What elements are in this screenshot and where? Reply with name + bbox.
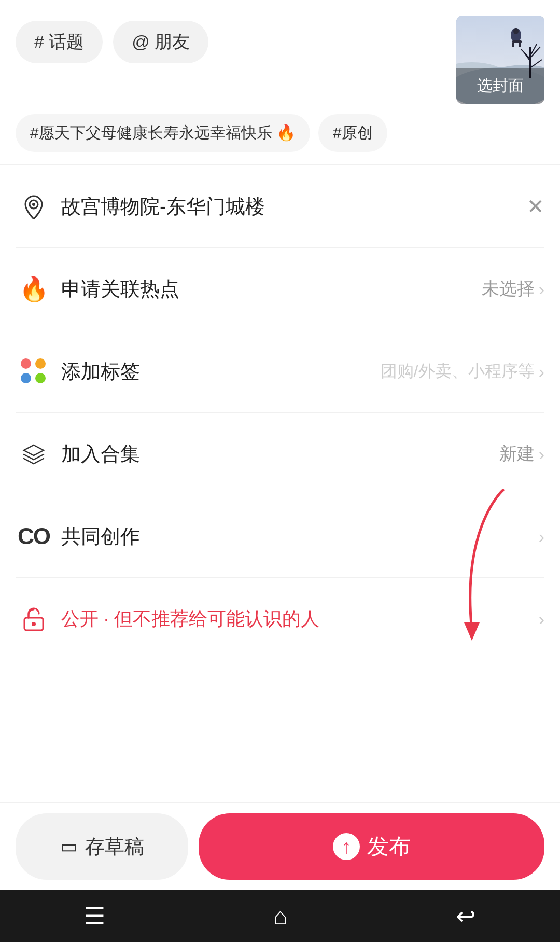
chevron-icon-privacy: › bbox=[539, 609, 544, 629]
bottom-bar: ▭ 存草稿 ↑ 发布 bbox=[0, 802, 560, 890]
location-row[interactable]: 故宫博物院-东华门城楼 ✕ bbox=[16, 165, 544, 248]
tag-buttons: # 话题 @ 朋友 bbox=[16, 16, 446, 63]
cover-thumbnail[interactable]: 选封面 bbox=[456, 16, 544, 104]
dot-green bbox=[35, 373, 46, 383]
cover-label[interactable]: 选封面 bbox=[456, 68, 544, 104]
topic-button[interactable]: # 话题 bbox=[16, 21, 103, 63]
collection-row[interactable]: 加入合集 新建 › bbox=[16, 413, 544, 495]
dot-orange bbox=[35, 358, 46, 369]
collection-new: 新建 bbox=[499, 442, 535, 466]
hotspot-right: 未选择 › bbox=[482, 277, 544, 301]
hotspot-row[interactable]: 🔥 申请关联热点 未选择 › bbox=[16, 248, 544, 330]
location-icon bbox=[16, 188, 52, 225]
layers-icon bbox=[16, 436, 52, 472]
location-close[interactable]: ✕ bbox=[527, 195, 544, 218]
svg-rect-6 bbox=[512, 43, 514, 47]
chevron-icon-tags: › bbox=[539, 362, 544, 382]
hotspot-status: 未选择 bbox=[482, 277, 535, 301]
dot-blue bbox=[21, 373, 31, 383]
save-label: 存草稿 bbox=[85, 834, 144, 860]
hashtag-pill-2[interactable]: #原创 bbox=[318, 114, 387, 152]
privacy-right: › bbox=[539, 609, 544, 629]
android-nav: ☰ ⌂ ↩ bbox=[0, 890, 560, 942]
svg-point-8 bbox=[513, 28, 519, 34]
chevron-icon-collab: › bbox=[539, 527, 544, 547]
publish-label: 发布 bbox=[367, 832, 411, 861]
top-section: # 话题 @ 朋友 bbox=[0, 0, 560, 114]
svg-rect-7 bbox=[519, 43, 521, 47]
publish-icon: ↑ bbox=[333, 833, 360, 860]
chevron-icon-hotspot: › bbox=[539, 279, 544, 299]
dot-red bbox=[21, 358, 31, 369]
home-nav-icon[interactable]: ⌂ bbox=[273, 902, 288, 930]
hashtag-pill-1[interactable]: #愿天下父母健康长寿永远幸福快乐 🔥 bbox=[16, 114, 310, 152]
tags-icon bbox=[16, 353, 52, 390]
co-icon: CO bbox=[16, 518, 52, 555]
collection-right: 新建 › bbox=[499, 442, 544, 466]
tags-row[interactable]: 添加标签 团购/外卖、小程序等 › bbox=[16, 330, 544, 413]
collab-label: 共同创作 bbox=[52, 523, 539, 550]
tags-label: 添加标签 bbox=[52, 358, 381, 385]
collab-row[interactable]: CO 共同创作 › bbox=[16, 495, 544, 578]
location-label: 故宫博物院-东华门城楼 bbox=[52, 193, 527, 220]
svg-point-19 bbox=[32, 622, 36, 626]
collection-label: 加入合集 bbox=[52, 441, 499, 467]
svg-point-16 bbox=[32, 203, 35, 206]
collab-right: › bbox=[539, 527, 544, 547]
fire-icon: 🔥 bbox=[16, 271, 52, 307]
publish-button[interactable]: ↑ 发布 bbox=[199, 813, 544, 880]
menu-nav-icon[interactable]: ☰ bbox=[84, 902, 105, 930]
hashtag-strip: #愿天下父母健康长寿永远幸福快乐 🔥 #原创 bbox=[0, 114, 560, 164]
lock-icon bbox=[16, 601, 52, 637]
tags-right: 团购/外卖、小程序等 › bbox=[381, 360, 544, 383]
menu-list: 故宫博物院-东华门城楼 ✕ 🔥 申请关联热点 未选择 › 添加标签 团购/外卖、… bbox=[0, 165, 560, 660]
save-draft-button[interactable]: ▭ 存草稿 bbox=[16, 813, 188, 880]
tags-hint: 团购/外卖、小程序等 bbox=[381, 360, 535, 383]
save-icon: ▭ bbox=[60, 836, 78, 857]
friend-button[interactable]: @ 朋友 bbox=[113, 21, 208, 63]
chevron-icon-collection: › bbox=[539, 444, 544, 464]
hotspot-label: 申请关联热点 bbox=[52, 276, 482, 302]
privacy-row[interactable]: 公开 · 但不推荐给可能认识的人 › bbox=[16, 578, 544, 660]
close-icon[interactable]: ✕ bbox=[527, 195, 544, 218]
back-nav-icon[interactable]: ↩ bbox=[456, 902, 476, 930]
privacy-label: 公开 · 但不推荐给可能认识的人 bbox=[52, 606, 539, 632]
